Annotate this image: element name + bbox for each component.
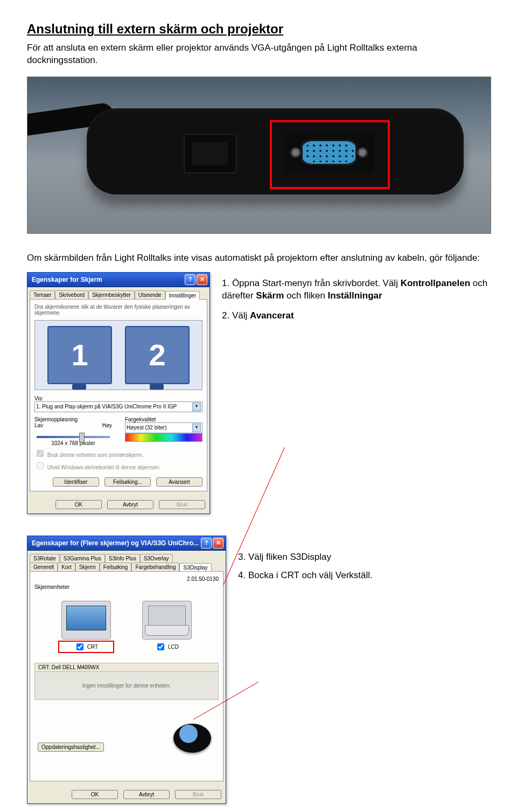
- cancel-button[interactable]: Avbryt: [123, 790, 170, 799]
- apply-button[interactable]: Bruk: [159, 500, 205, 509]
- identify-button[interactable]: Identifiser: [53, 477, 99, 487]
- advanced-properties-window: Egenskaper for (Flere skjermer) og VIA/S…: [27, 536, 226, 804]
- close-button[interactable]: ✕: [197, 274, 207, 285]
- tab-utseende[interactable]: Utseende: [135, 290, 165, 299]
- tab-skjerm[interactable]: Skjerm: [75, 563, 100, 571]
- monitor-1-icon[interactable]: 1: [47, 326, 112, 384]
- color-bar-icon: [125, 433, 202, 442]
- monitor-icon: [61, 601, 111, 640]
- ok-button[interactable]: OK: [72, 790, 118, 799]
- res-low: Lav: [34, 422, 43, 428]
- help-button[interactable]: ?: [201, 538, 212, 549]
- tab-skjermbeskytter[interactable]: Skjermbeskytter: [88, 290, 135, 299]
- version-label: 2.01.50-0130: [34, 576, 219, 582]
- tab-s3info[interactable]: S3Info Plus: [105, 554, 140, 563]
- docking-photo: [27, 77, 491, 234]
- sub-intro-text: Om skärmbilden från Light Rolltalks inte…: [27, 252, 490, 265]
- laptop-icon: [142, 601, 192, 640]
- win2-tabs: S3Rotate S3Gamma Plus S3Info Plus S3Over…: [27, 551, 226, 571]
- tab-s3display[interactable]: S3Display: [179, 563, 211, 572]
- resolution-value: 1024 x 768 piksler: [34, 440, 112, 446]
- monitor-arrangement[interactable]: 1 2: [34, 320, 202, 390]
- tab-feilsoking[interactable]: Feilsøking: [100, 563, 132, 571]
- color-select-value: Høyest (32 biter): [127, 425, 166, 431]
- tab-kort[interactable]: Kort: [58, 563, 75, 571]
- refresh-rate-button[interactable]: Oppdateringshastighet...: [38, 742, 104, 752]
- tab-temaer[interactable]: Temaer: [30, 290, 55, 299]
- advanced-button[interactable]: Avansert: [156, 477, 202, 487]
- res-high: Høy: [102, 422, 112, 428]
- tab-innstillinger[interactable]: Innstillinger: [165, 291, 200, 300]
- lower-instructions: 3. Välj fliken S3Display 4. Bocka i CRT …: [238, 536, 373, 588]
- display-properties-window: Egenskaper for Skjerm ? ✕ Temaer Skriveb…: [27, 272, 210, 514]
- display-select-value: 1. Plug and Play-skjerm på VIA/S3G UniCh…: [36, 404, 177, 410]
- s3-logo-icon: [173, 724, 211, 753]
- cancel-button[interactable]: Avbryt: [107, 500, 153, 509]
- intro-text: För att ansluta en extern skärm eller pr…: [27, 42, 490, 67]
- tab-s3rotate[interactable]: S3Rotate: [30, 554, 60, 563]
- display-select[interactable]: 1. Plug and Play-skjerm på VIA/S3G UniCh…: [34, 401, 202, 412]
- troubleshoot-button[interactable]: Feilsøking...: [104, 477, 151, 487]
- crt-settings-body: Ingen innstillinger for denne enheten.: [35, 672, 218, 699]
- tab-s3gamma[interactable]: S3Gamma Plus: [60, 554, 105, 563]
- primary-checkbox: Bruk denne enheten som primærskjerm.: [34, 448, 202, 459]
- crt-device: CRT: [59, 601, 113, 652]
- resolution-slider[interactable]: [37, 436, 110, 438]
- color-label: Fargekvalitet: [125, 417, 202, 422]
- instruction-4: 4. Bocka i CRT och välj Verkställ.: [238, 570, 373, 581]
- crt-settings-box: CRT: Dell DELL M409WX Ingen innstillinge…: [34, 663, 219, 700]
- extend-checkbox: Utvid Windows-skrivebordet til denne skj…: [34, 461, 202, 471]
- vga-port-icon: [284, 132, 374, 173]
- chevron-down-icon: ▾: [192, 402, 201, 411]
- crt-settings-header: CRT: Dell DELL M409WX: [35, 663, 218, 672]
- tab-fargebehandling[interactable]: Fargebehandling: [131, 563, 179, 571]
- page-title: Anslutning till extern skärm och projekt…: [27, 22, 490, 37]
- help-button[interactable]: ?: [185, 274, 195, 285]
- ok-button[interactable]: OK: [55, 500, 102, 509]
- tab-generelt[interactable]: Generelt: [30, 563, 58, 571]
- apply-button[interactable]: Bruk: [175, 790, 221, 799]
- lcd-device: LCD: [140, 601, 194, 652]
- close-button[interactable]: ✕: [213, 538, 223, 549]
- monitor-2-icon[interactable]: 2: [125, 326, 190, 384]
- resolution-label: Skjermoppløsning: [34, 417, 112, 422]
- rj45-port-icon: [184, 134, 237, 173]
- vis-label: Vis:: [34, 395, 202, 401]
- instruction-1: 1. Öppna Start-menyn från skrivbordet. V…: [222, 277, 490, 302]
- tab-skrivebord[interactable]: Skrivebord: [55, 290, 88, 299]
- tab-s3overlay[interactable]: S3Overlay: [140, 554, 173, 563]
- lcd-label: LCD: [168, 644, 179, 650]
- win2-title: Egenskaper for (Flere skjermer) og VIA/S…: [32, 539, 199, 547]
- instruction-3: 3. Välj fliken S3Display: [238, 552, 373, 563]
- section-label: Skjermenheter: [34, 584, 219, 590]
- vga-highlight-box: [270, 120, 390, 189]
- chevron-down-icon: ▾: [192, 424, 201, 432]
- win1-tabs: Temaer Skrivebord Skjermbeskytter Utseen…: [27, 287, 209, 299]
- crt-checkbox[interactable]: [76, 643, 83, 650]
- color-select[interactable]: Høyest (32 biter) ▾: [125, 422, 202, 433]
- instruction-2: 2. Välj Avancerat: [222, 310, 490, 322]
- crt-label: CRT: [87, 644, 98, 650]
- drag-note: Dra skjermikonene slik at de tilsvarer d…: [34, 304, 202, 316]
- lcd-checkbox[interactable]: [157, 643, 164, 650]
- win1-title: Egenskaper for Skjerm: [32, 276, 102, 283]
- instructions-list: 1. Öppna Start-menyn från skrivbordet. V…: [222, 272, 490, 330]
